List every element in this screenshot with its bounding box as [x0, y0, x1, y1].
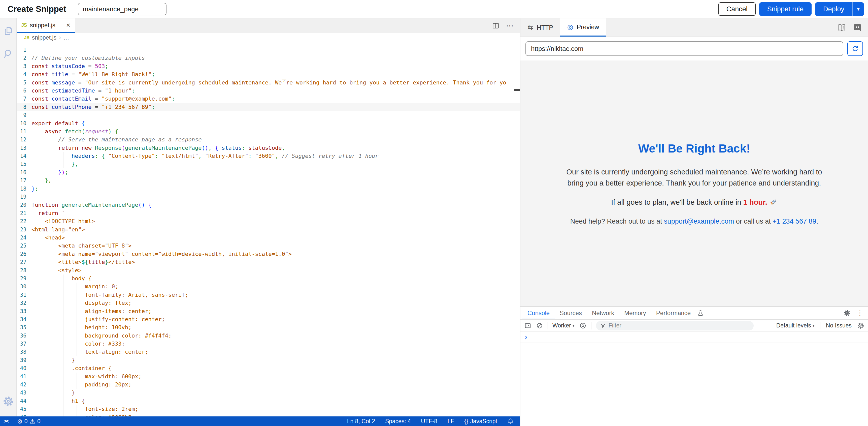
- code-line[interactable]: 26 <meta name="viewport" content="width=…: [17, 250, 520, 258]
- code-line[interactable]: 29 body {: [17, 275, 520, 283]
- code-line[interactable]: 23<html lang="en">: [17, 226, 520, 234]
- code-area[interactable]: 12// Define your customizable inputs3con…: [17, 42, 520, 417]
- deploy-button[interactable]: Deploy: [815, 2, 852, 16]
- devtools-more-menu-icon[interactable]: ⋮: [857, 309, 863, 317]
- code-line[interactable]: 30 margin: 0;: [17, 283, 520, 291]
- code-line[interactable]: 24 <head>: [17, 234, 520, 242]
- breadcrumb[interactable]: JS snippet.js › …: [17, 33, 520, 42]
- remote-indicator-icon[interactable]: ><: [3, 418, 8, 425]
- snippet-name-input[interactable]: [78, 3, 166, 16]
- encoding-setting[interactable]: UTF-8: [421, 418, 437, 425]
- code-line[interactable]: 45 font-size: 2rem;: [17, 405, 520, 413]
- console-sidebar-toggle-icon[interactable]: [524, 322, 531, 329]
- notifications-bell-icon[interactable]: [507, 418, 514, 425]
- code-line[interactable]: 44 h1 {: [17, 397, 520, 405]
- tab-snippet-js[interactable]: JS snippet.js ×: [17, 19, 75, 33]
- more-actions-icon[interactable]: ⋯: [506, 21, 514, 30]
- snippet-rule-button[interactable]: Snippet rule: [759, 2, 812, 16]
- code-line[interactable]: 38 text-align: center;: [17, 348, 520, 356]
- devtools-tab-network[interactable]: Network: [587, 307, 619, 319]
- language-mode[interactable]: {} JavaScript: [464, 418, 497, 425]
- code-line[interactable]: 42 padding: 20px;: [17, 380, 520, 389]
- issues-counter[interactable]: No Issues: [826, 322, 851, 329]
- tab-http[interactable]: ⇆ HTTP: [520, 19, 560, 36]
- devtools-settings-gear-icon[interactable]: [843, 310, 850, 317]
- code-text: <meta charset="UTF-8">: [31, 243, 131, 249]
- code-line[interactable]: 18};: [17, 185, 520, 193]
- code-line[interactable]: 37 color: #333;: [17, 340, 520, 348]
- code-line[interactable]: 27 <title>${title}</title>: [17, 258, 520, 266]
- scrollbar-marker[interactable]: [514, 89, 520, 91]
- clear-console-icon[interactable]: [536, 322, 543, 329]
- devtools-tab-memory[interactable]: Memory: [619, 307, 651, 319]
- code-line[interactable]: 40 .container {: [17, 364, 520, 372]
- problems-status[interactable]: ⊗ 0 ⚠ 0: [17, 418, 40, 425]
- search-icon[interactable]: [3, 48, 14, 59]
- cursor-position[interactable]: Ln 8, Col 2: [347, 418, 375, 425]
- cancel-button[interactable]: Cancel: [718, 2, 756, 16]
- code-line[interactable]: 35 height: 100vh;: [17, 323, 520, 332]
- code-line[interactable]: 34 justify-content: center;: [17, 315, 520, 323]
- code-line[interactable]: 10export default {: [17, 119, 520, 127]
- code-line[interactable]: 13 return new Response(generateMaintenan…: [17, 144, 520, 152]
- support-phone-link[interactable]: +1 234 567 89: [773, 218, 816, 225]
- code-line[interactable]: 25 <meta charset="UTF-8">: [17, 242, 520, 250]
- code-line[interactable]: 9: [17, 111, 520, 119]
- code-line[interactable]: 19: [17, 193, 520, 201]
- filter-input[interactable]: [609, 322, 735, 329]
- split-editor-icon[interactable]: [492, 22, 499, 29]
- files-icon[interactable]: [3, 25, 14, 36]
- code-line[interactable]: 11 async fetch(request) {: [17, 127, 520, 136]
- refresh-button[interactable]: [847, 41, 863, 56]
- code-line[interactable]: 31 font-family: Arial, sans-serif;: [17, 291, 520, 299]
- code-line[interactable]: 1: [17, 46, 520, 54]
- eol-setting[interactable]: LF: [447, 418, 454, 425]
- console-input-row[interactable]: ›: [520, 332, 868, 343]
- support-email-link[interactable]: support@example.com: [664, 218, 734, 225]
- console-settings-gear-icon[interactable]: [857, 322, 864, 329]
- code-line[interactable]: 43 }: [17, 389, 520, 397]
- experiments-flask-icon[interactable]: [696, 307, 705, 319]
- docs-book-icon[interactable]: [837, 23, 846, 32]
- code-line[interactable]: 46 color: #0056b3;: [17, 414, 520, 417]
- code-line[interactable]: 17 },: [17, 176, 520, 184]
- live-expression-eye-icon[interactable]: [579, 322, 587, 330]
- code-line[interactable]: 39 }: [17, 356, 520, 364]
- code-line[interactable]: 16 });: [17, 168, 520, 176]
- discord-icon[interactable]: [853, 23, 862, 32]
- context-selector[interactable]: Worker▾: [552, 322, 575, 329]
- code-line[interactable]: 4const title = "We'll Be Right Back!";: [17, 70, 520, 78]
- code-line[interactable]: 2// Define your customizable inputs: [17, 54, 520, 62]
- code-line[interactable]: 3const statusCode = 503;: [17, 62, 520, 70]
- code-line[interactable]: 33 align-items: center;: [17, 307, 520, 315]
- code-line[interactable]: 20function generateMaintenancePage() {: [17, 201, 520, 209]
- code-line[interactable]: 14 headers: { "Content-Type": "text/html…: [17, 152, 520, 160]
- code-line[interactable]: 8const contactPhone = "+1 234 567 89";: [17, 103, 520, 111]
- code-line[interactable]: 21 return `: [17, 209, 520, 217]
- code-line[interactable]: 28 <style>: [17, 266, 520, 275]
- log-levels-selector[interactable]: Default levels▾: [776, 322, 815, 329]
- url-input[interactable]: [525, 41, 843, 56]
- indentation-setting[interactable]: Spaces: 4: [385, 418, 411, 425]
- code-line[interactable]: 7const contactEmail = "support@example.c…: [17, 95, 520, 103]
- devtools-tab-performance[interactable]: Performance: [651, 307, 696, 319]
- code-line[interactable]: 6const estimatedTime = "1 hour";: [17, 87, 520, 95]
- devtools-tab-console[interactable]: Console: [522, 307, 555, 319]
- chevron-down-icon: ▾: [572, 323, 575, 328]
- code-line[interactable]: 41 max-width: 600px;: [17, 373, 520, 380]
- code-line[interactable]: 36 background-color: #f4f4f4;: [17, 332, 520, 340]
- settings-gear-icon[interactable]: [3, 396, 14, 407]
- code-line[interactable]: 32 display: flex;: [17, 299, 520, 307]
- close-icon[interactable]: ×: [66, 22, 70, 29]
- console-filter[interactable]: [596, 321, 754, 331]
- devtools-tab-sources[interactable]: Sources: [555, 307, 587, 319]
- code-line[interactable]: 12 // Serve the maintenance page as a re…: [17, 136, 520, 144]
- breadcrumb-file[interactable]: snippet.js: [32, 34, 56, 41]
- line-number: 4: [17, 70, 31, 78]
- code-line[interactable]: 15 },: [17, 160, 520, 168]
- code-line[interactable]: 22 <!DOCTYPE html>: [17, 217, 520, 225]
- breadcrumb-more[interactable]: …: [63, 34, 69, 41]
- deploy-caret-button[interactable]: ▾: [852, 2, 864, 16]
- tab-preview[interactable]: ◎ Preview: [560, 19, 606, 36]
- code-line[interactable]: 5const message = "Our site is currently …: [17, 79, 520, 87]
